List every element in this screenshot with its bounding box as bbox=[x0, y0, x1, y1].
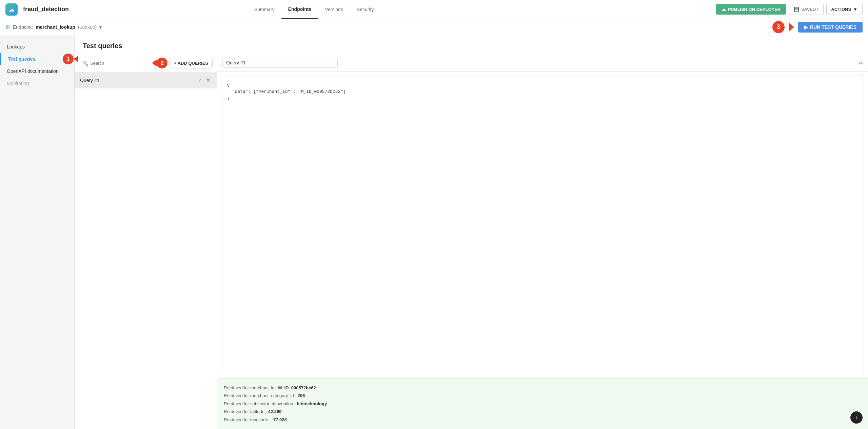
query-item-name: Query #1 bbox=[80, 78, 100, 83]
page-title: Test queries bbox=[83, 42, 860, 50]
main-layout: Lookups Test queries 1 OpenAPI documenta… bbox=[0, 35, 868, 429]
endpoint-name: merchant_lookup bbox=[36, 24, 75, 30]
sidebar-item-lookups[interactable]: Lookups bbox=[0, 41, 74, 53]
add-queries-button[interactable]: + ADD QUERIES bbox=[170, 58, 213, 68]
result-line-4: Retrieved for latitude : 42.269 bbox=[224, 408, 861, 415]
query-panel: 🔍 2 + ADD QUERIES Query #1 bbox=[75, 54, 868, 429]
publish-button[interactable]: ☁ PUBLISH ON DEPLOYER bbox=[716, 4, 786, 15]
trash-icon[interactable]: 🗑 bbox=[206, 77, 211, 83]
cloud-icon: ☁ bbox=[8, 6, 15, 13]
topbar: ☁ fraud_detection Summary Endpoints Vers… bbox=[0, 0, 868, 19]
nav-summary[interactable]: Summary bbox=[248, 1, 281, 18]
database-icon: 🗄 bbox=[5, 24, 10, 30]
annotation-badge-3: 3 bbox=[772, 21, 785, 33]
sidebar-item-monitoring: Monitoring bbox=[0, 77, 74, 89]
cloud-upload-icon: ☁ bbox=[722, 7, 726, 12]
code-editor[interactable]: { "data": {"merchant_id" : "M_ID_000572b… bbox=[221, 76, 864, 374]
search-icon: 🔍 bbox=[82, 60, 88, 66]
sidebar: Lookups Test queries 1 OpenAPI documenta… bbox=[0, 35, 75, 429]
app-title: fraud_detection bbox=[23, 6, 69, 13]
left-panel: 🔍 2 + ADD QUERIES Query #1 bbox=[75, 54, 217, 429]
left-panel-toolbar: 🔍 2 + ADD QUERIES bbox=[75, 54, 217, 72]
query-item-actions: ✓ 🗑 bbox=[198, 77, 211, 83]
topbar-actions: ☁ PUBLISH ON DEPLOYER 💾 SAVED ! ACTIONS … bbox=[716, 4, 863, 15]
run-test-queries-button[interactable]: ▶ RUN TEST QUERIES bbox=[798, 22, 863, 33]
content-area: Test queries 🔍 2 + ADD QUERIES bbox=[75, 35, 868, 429]
scroll-button[interactable]: ↓ bbox=[850, 411, 863, 424]
endpoint-type: (Lookup) bbox=[78, 24, 97, 30]
actions-button[interactable]: ACTIONS ▼ bbox=[826, 4, 863, 15]
arrow-badge-2-left bbox=[152, 60, 157, 66]
endpoint-bar: 🗄 Endpoint: merchant_lookup (Lookup) ▾ 3… bbox=[0, 19, 868, 35]
endpoint-info: 🗄 Endpoint: merchant_lookup (Lookup) ▾ bbox=[5, 24, 102, 30]
right-panel: ⧉ { "data": {"merchant_id" : "M_ID_00057… bbox=[217, 54, 868, 429]
search-box: 🔍 bbox=[79, 58, 149, 68]
query-name-input[interactable] bbox=[222, 58, 338, 68]
app-logo: ☁ bbox=[5, 3, 18, 16]
endpoint-prefix: Endpoint: bbox=[13, 24, 33, 30]
nav-endpoints[interactable]: Endpoints bbox=[281, 0, 318, 19]
copy-icon[interactable]: ⧉ bbox=[859, 60, 863, 66]
right-panel-header: ⧉ bbox=[217, 54, 868, 72]
sidebar-item-openapi[interactable]: OpenAPI documentation bbox=[0, 65, 74, 77]
save-icon: 💾 bbox=[794, 7, 799, 12]
result-line-2: Retrieved for merchant_category_id : 206 bbox=[224, 392, 861, 400]
chevron-down-icon: ▼ bbox=[853, 7, 857, 12]
results-panel: Retrieved for merchant_id : M_ID_000572b… bbox=[217, 378, 868, 429]
play-icon: ▶ bbox=[804, 24, 808, 30]
arrow-badge-3 bbox=[789, 22, 794, 32]
chevron-down-icon[interactable]: ▾ bbox=[99, 24, 102, 30]
result-line-1: Retrieved for merchant_id : M_ID_000572b… bbox=[224, 384, 861, 392]
query-list: Query #1 ✓ 🗑 bbox=[75, 72, 217, 429]
content-header: Test queries bbox=[75, 35, 868, 54]
top-navigation: Summary Endpoints Versions Security bbox=[248, 0, 381, 19]
arrow-badge-1 bbox=[74, 56, 78, 62]
nav-versions[interactable]: Versions bbox=[318, 1, 350, 18]
chevron-down-icon: ↓ bbox=[855, 413, 858, 423]
query-list-item[interactable]: Query #1 ✓ 🗑 bbox=[75, 72, 217, 88]
nav-security[interactable]: Security bbox=[350, 1, 381, 18]
result-line-5: Retrieved for longitude : -77.028 bbox=[224, 416, 861, 424]
annotation-badge-2: 2 bbox=[157, 58, 167, 68]
annotation-badge-1: 1 bbox=[63, 54, 74, 64]
search-input[interactable] bbox=[90, 61, 145, 66]
saved-button[interactable]: 💾 SAVED ! bbox=[789, 4, 823, 15]
result-line-3: Retrieved for subsector_description : bi… bbox=[224, 400, 861, 408]
check-icon: ✓ bbox=[198, 77, 202, 83]
